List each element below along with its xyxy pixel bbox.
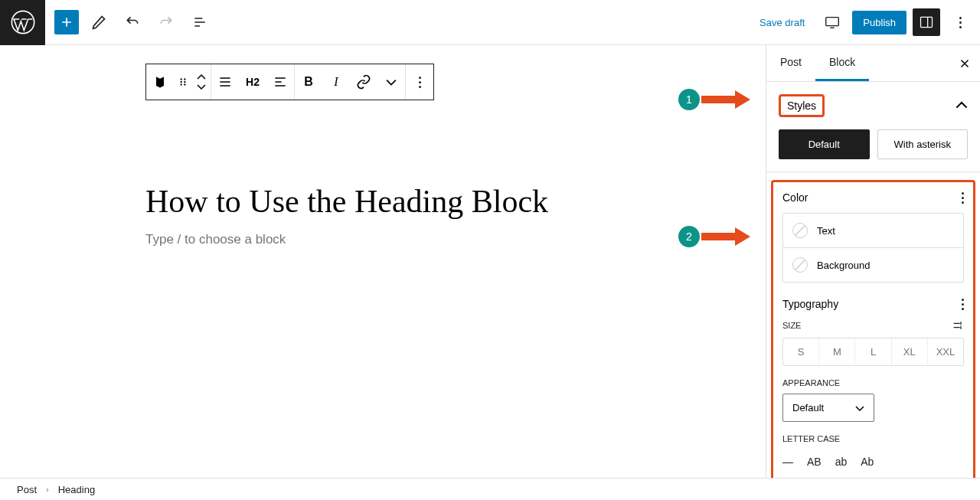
topbar-left (45, 8, 214, 36)
letter-case-none[interactable]: — (782, 456, 793, 468)
text-color-row[interactable]: Text (783, 214, 963, 248)
text-align-button[interactable] (266, 64, 294, 100)
tab-post[interactable]: Post (766, 45, 815, 81)
drag-handle-icon[interactable] (174, 64, 192, 100)
options-button[interactable] (946, 8, 974, 36)
color-list: Text Background (782, 213, 964, 283)
block-options-button[interactable] (406, 64, 433, 100)
color-section: Color Text Background (782, 191, 964, 283)
publish-button[interactable]: Publish (852, 11, 906, 34)
style-options: Default With asterisk (779, 129, 968, 159)
appearance-select[interactable]: Default (782, 394, 874, 422)
appearance-label: APPEARANCE (782, 378, 840, 387)
breadcrumb-separator: › (46, 485, 49, 494)
more-rich-text-button[interactable] (377, 64, 405, 100)
typography-section: Typography SIZE S M L XL XXL APPEARANCE (782, 298, 964, 468)
breadcrumb: Post › Heading (0, 478, 980, 500)
svg-point-4 (184, 78, 185, 80)
block-toolbar: H2 B I (145, 64, 434, 100)
undo-button[interactable] (119, 8, 146, 36)
size-m[interactable]: M (819, 338, 855, 365)
settings-sidebar: Post Block Styles Default With asterisk … (766, 45, 980, 478)
main-area: H2 B I How to Use the He (0, 45, 980, 478)
size-settings-icon[interactable] (952, 319, 964, 332)
editor-canvas[interactable]: H2 B I How to Use the He (0, 45, 766, 478)
sidebar-tabs: Post Block (766, 45, 980, 82)
background-color-label: Background (817, 260, 870, 271)
default-block-placeholder[interactable]: Type / to choose a block (145, 232, 766, 247)
svg-point-8 (184, 83, 185, 85)
redo-button[interactable] (152, 8, 180, 36)
letter-case-options: — AB ab Ab (782, 449, 964, 468)
settings-outlined-group: Color Text Background Typogr (771, 180, 975, 478)
heading-level-button[interactable]: H2 (239, 64, 266, 100)
size-l[interactable]: L (855, 338, 891, 365)
preview-button[interactable] (818, 8, 846, 36)
letter-case-lower[interactable]: ab (835, 456, 848, 468)
letter-case-upper[interactable]: AB (807, 456, 822, 468)
size-options: S M L XL XXL (782, 338, 964, 366)
color-options-button[interactable] (962, 192, 964, 204)
styles-title: Styles (787, 100, 816, 112)
size-s[interactable]: S (783, 338, 819, 365)
letter-case-label: LETTER CASE (782, 434, 840, 443)
svg-point-3 (181, 78, 182, 80)
text-color-label: Text (817, 225, 835, 237)
block-mover[interactable] (192, 73, 211, 91)
svg-point-7 (181, 83, 182, 85)
svg-point-5 (181, 81, 182, 83)
settings-toggle-button[interactable] (913, 8, 940, 36)
heading-block[interactable]: How to Use the Heading Block (145, 183, 766, 220)
size-xl[interactable]: XL (892, 338, 928, 365)
style-default[interactable]: Default (779, 129, 870, 159)
svg-rect-2 (921, 17, 933, 27)
typography-options-button[interactable] (962, 299, 964, 310)
topbar-right: Save draft Publish (752, 8, 980, 36)
style-with-asterisk[interactable]: With asterisk (877, 129, 969, 159)
svg-point-6 (184, 81, 185, 83)
move-down-icon[interactable] (192, 82, 211, 91)
background-color-row[interactable]: Background (783, 248, 963, 282)
text-color-swatch (792, 223, 808, 238)
breadcrumb-heading[interactable]: Heading (58, 484, 95, 495)
size-label: SIZE (782, 321, 801, 330)
add-block-button[interactable] (54, 10, 79, 34)
top-toolbar: Save draft Publish (0, 0, 980, 45)
color-title: Color (782, 191, 808, 204)
move-up-icon[interactable] (192, 73, 211, 82)
align-button[interactable] (211, 64, 239, 100)
link-button[interactable] (350, 64, 377, 100)
chevron-down-icon (855, 404, 864, 413)
tab-block[interactable]: Block (815, 45, 869, 81)
size-xxl[interactable]: XXL (928, 338, 963, 365)
styles-panel: Styles Default With asterisk (766, 82, 980, 172)
chevron-up-icon (956, 100, 968, 112)
svg-rect-1 (826, 18, 839, 26)
bold-button[interactable]: B (295, 64, 322, 100)
wordpress-logo[interactable] (0, 0, 45, 45)
tools-button[interactable] (85, 8, 113, 36)
background-color-swatch (792, 257, 808, 273)
italic-button[interactable]: I (322, 64, 350, 100)
close-sidebar-button[interactable] (954, 53, 975, 74)
breadcrumb-post[interactable]: Post (17, 484, 37, 495)
typography-title: Typography (782, 298, 838, 310)
save-draft-button[interactable]: Save draft (752, 12, 812, 33)
letter-case-capitalize[interactable]: Ab (861, 456, 874, 468)
document-overview-button[interactable] (186, 8, 214, 36)
appearance-value: Default (792, 402, 824, 413)
block-type-icon[interactable] (146, 64, 174, 100)
styles-panel-header[interactable]: Styles (779, 94, 968, 117)
